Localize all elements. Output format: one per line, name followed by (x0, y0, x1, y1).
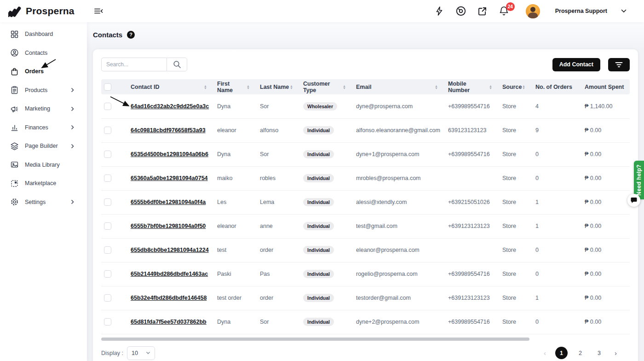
products-icon (10, 86, 19, 94)
horizontal-scrollbar-track (101, 338, 630, 341)
sort-icon[interactable]: ▲▼ (343, 85, 346, 89)
external-link-icon[interactable] (477, 6, 488, 17)
user-avatar[interactable] (526, 4, 540, 18)
table-row: 65360a5a0be12981094a0754 maiko robles In… (101, 166, 630, 190)
customer-type-badge: Individual (303, 150, 334, 159)
search-group (101, 58, 187, 71)
sort-icon[interactable]: ▲▼ (247, 85, 250, 89)
contact-id-link[interactable]: 6555b6df0be12981094a0f4a (131, 199, 206, 205)
sidebar-item-orders[interactable]: Orders (0, 62, 87, 81)
mobile-number-cell: +639989554716 (442, 94, 496, 118)
contact-id-link[interactable]: 655db8cb0be12981094a1224 (131, 247, 209, 253)
row-checkbox[interactable] (104, 198, 111, 206)
row-checkbox[interactable] (104, 246, 111, 254)
pagination-page-2[interactable]: 2 (574, 347, 586, 359)
amount-spent-cell: ₱ 0.00 (578, 142, 630, 166)
chat-widget-button[interactable] (627, 194, 640, 207)
pagination: ‹ 1 2 3 › (541, 347, 630, 359)
sidebar-item-marketplace[interactable]: Marketplace (0, 174, 87, 193)
mobile-number-cell (442, 238, 496, 262)
pagination-prev-icon[interactable]: ‹ (541, 349, 549, 357)
amount-spent-cell: ₱ 0.00 (578, 238, 630, 262)
sort-icon[interactable]: ▲▼ (489, 85, 492, 89)
page-help-icon[interactable]: ? (127, 31, 135, 39)
pagination-page-3[interactable]: 3 (593, 347, 605, 359)
row-checkbox[interactable] (104, 270, 111, 278)
peso-symbol: ₱ (585, 319, 588, 325)
sort-icon[interactable]: ▲▼ (435, 85, 438, 89)
brand-logo[interactable]: Prosperna (0, 5, 87, 17)
first-name-cell: test (211, 238, 253, 262)
contact-id-link[interactable]: 65b32e4fbd286dbdfe146458 (131, 295, 207, 301)
help-center-icon[interactable] (455, 6, 466, 17)
customer-type-badge: Individual (303, 198, 334, 207)
table-row: 6555b7bf0be12981094a0f50 eleanor anne In… (101, 214, 630, 238)
chevron-right-icon (71, 87, 74, 93)
pagination-page-1[interactable]: 1 (555, 347, 568, 359)
page-size-select[interactable]: 10 (127, 346, 155, 360)
user-menu-chevron-down-icon[interactable] (621, 9, 627, 13)
sidebar-item-media-library[interactable]: Media Library (0, 156, 87, 175)
sidebar-collapse-icon[interactable] (93, 6, 104, 16)
pagination-next-icon[interactable]: › (612, 349, 620, 357)
filter-button[interactable] (608, 58, 630, 71)
table-row: 655db8cb0be12981094a1224 test order Indi… (101, 238, 630, 262)
header-source: Source (502, 84, 522, 90)
chevron-down-icon (146, 351, 150, 355)
row-checkbox[interactable] (104, 175, 111, 182)
add-contact-button[interactable]: Add Contact (552, 58, 600, 71)
email-cell: dyne+2@prosperna.com (350, 310, 442, 334)
row-checkbox[interactable] (104, 294, 111, 302)
contact-id-link[interactable]: 6555b7bf0be12981094a0f50 (131, 223, 206, 229)
header-first-name: First Name (217, 81, 247, 93)
user-name[interactable]: Prosperna Support (555, 8, 607, 14)
sidebar-item-products[interactable]: Products (0, 81, 87, 100)
orders-count-cell: 4 (529, 94, 578, 118)
sidebar-item-settings[interactable]: Settings (0, 193, 87, 212)
amount-spent-cell: ₱ 1,140.00 (578, 94, 630, 118)
contact-id-link[interactable]: 65b21449bd286dbdfe1463ac (131, 271, 208, 277)
row-checkbox[interactable] (104, 151, 111, 158)
sort-icon[interactable]: ▲▼ (522, 85, 525, 89)
contact-id-link[interactable]: 65360a5a0be12981094a0754 (131, 175, 208, 181)
contact-id-link[interactable]: 64c09818cbdf976658f53a93 (131, 127, 206, 134)
amount-spent-cell: ₱ 0.00 (578, 214, 630, 238)
sort-icon[interactable]: ▲▼ (204, 85, 207, 89)
row-checkbox[interactable] (104, 318, 111, 326)
peso-symbol: ₱ (585, 247, 588, 253)
sort-icon[interactable]: ▲▼ (290, 85, 293, 89)
settings-gear-icon (10, 198, 19, 206)
contact-id-link[interactable]: 64ad16cd32ab2c9dd25e0a3c (131, 103, 209, 110)
header-amount-spent: Amount Spent (585, 84, 624, 90)
row-checkbox[interactable] (104, 127, 111, 134)
sidebar-item-dashboard[interactable]: Dashboard (0, 25, 87, 44)
need-help-label: Need help? (636, 164, 642, 196)
row-checkbox[interactable] (104, 103, 111, 110)
sidebar-item-contacts[interactable]: Contacts (0, 44, 87, 63)
sidebar-item-finances[interactable]: Finances (0, 118, 87, 137)
peso-symbol: ₱ (585, 295, 588, 301)
last-name-cell: Sor (253, 142, 297, 166)
source-cell: Store (496, 286, 529, 310)
marketing-icon (10, 105, 19, 113)
row-checkbox[interactable] (104, 222, 111, 230)
table-row: 65d81fda7f5ee57d037862bb Dyna Sor Indivi… (101, 310, 630, 334)
orders-icon (10, 67, 19, 76)
notifications-bell-icon[interactable]: 24 (499, 6, 510, 17)
email-cell: alessi@xtendly.com (350, 190, 442, 214)
select-all-checkbox[interactable] (104, 83, 111, 91)
table-row: 64c09818cbdf976658f53a93 eleanor alfonso… (101, 118, 630, 142)
horizontal-scrollbar[interactable] (101, 338, 529, 341)
first-name-cell: test order (211, 286, 253, 310)
need-help-tab[interactable]: Need help? (634, 161, 644, 199)
contact-id-link[interactable]: 6535d4500be12981094a06b6 (131, 151, 208, 157)
sidebar-item-page-builder[interactable]: Page Builder (0, 137, 87, 156)
sidebar-item-marketing[interactable]: Marketing (0, 99, 87, 118)
peso-symbol: ₱ (585, 175, 588, 181)
search-input[interactable] (101, 58, 167, 71)
table-row: 65b32e4fbd286dbdfe146458 test order orde… (101, 286, 630, 310)
contact-id-link[interactable]: 65d81fda7f5ee57d037862bb (131, 319, 207, 325)
search-button[interactable] (167, 58, 187, 71)
quick-actions-icon[interactable] (434, 6, 445, 17)
mobile-number-cell: +639123123123 (442, 286, 496, 310)
